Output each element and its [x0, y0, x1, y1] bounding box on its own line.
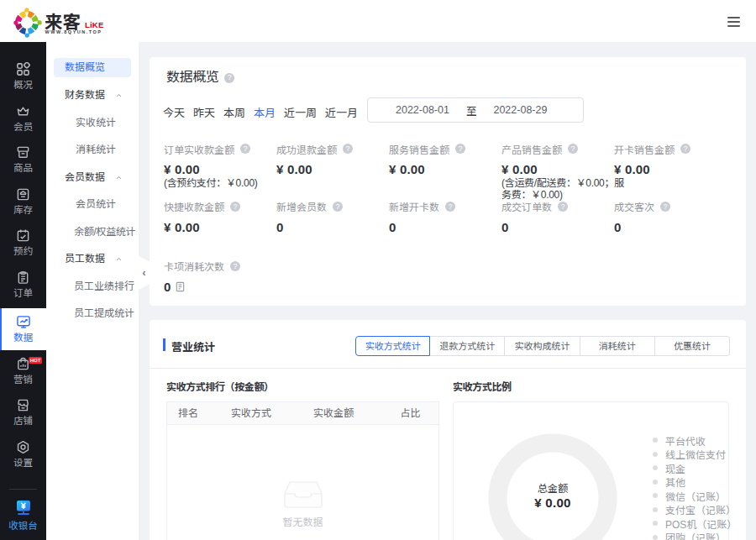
- svg-text:WWW.8QYUN.TOP: WWW.8QYUN.TOP: [45, 29, 102, 34]
- svg-text:LiKE: LiKE: [85, 20, 103, 29]
